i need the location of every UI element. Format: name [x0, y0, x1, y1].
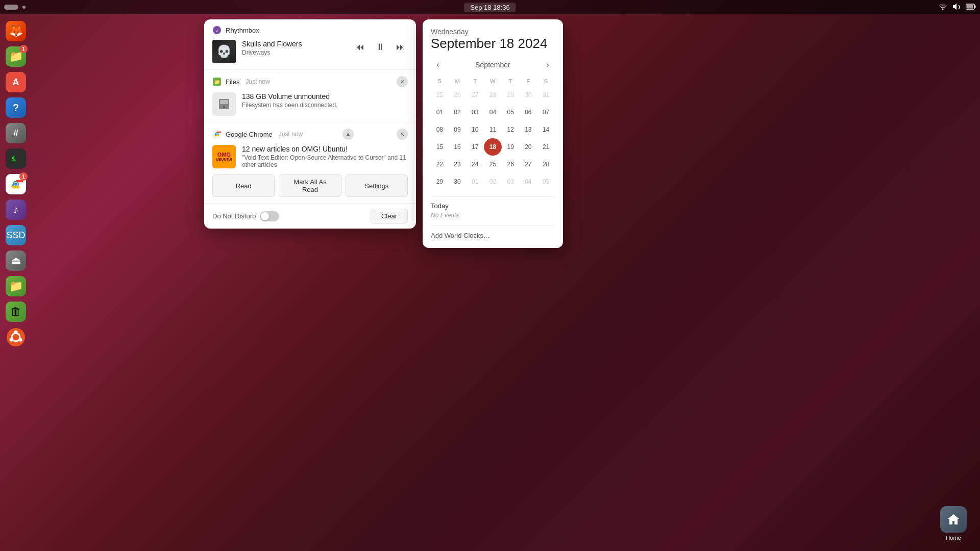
files-title: 138 GB Volume unmounted: [242, 92, 337, 101]
cal-day-13[interactable]: 13: [520, 121, 537, 138]
cal-day-17[interactable]: 17: [466, 138, 484, 156]
topbar-left: [4, 5, 26, 10]
calendar-month-name: September: [475, 61, 510, 69]
cal-day-29-aug[interactable]: 29: [502, 86, 520, 104]
cal-day-30[interactable]: 30: [449, 173, 467, 190]
cal-day-03-oct[interactable]: 03: [502, 173, 520, 190]
help-icon: ?: [6, 97, 26, 118]
dnd-toggle-switch[interactable]: [260, 211, 279, 221]
cal-day-09[interactable]: 09: [449, 121, 467, 138]
cal-day-05-oct[interactable]: 05: [537, 173, 555, 190]
sidebar-item-usb[interactable]: ⏏: [4, 249, 28, 272]
cal-day-11[interactable]: 11: [484, 121, 502, 138]
cal-day-29[interactable]: 29: [431, 173, 449, 190]
home-button[interactable]: Home: [937, 506, 970, 541]
cal-day-16[interactable]: 16: [449, 138, 467, 156]
cal-day-28[interactable]: 28: [537, 156, 555, 173]
add-world-clocks-button[interactable]: Add World Clocks…: [431, 232, 555, 239]
cal-day-03[interactable]: 03: [466, 104, 484, 121]
sidebar-item-files2[interactable]: 📁: [4, 274, 28, 298]
topbar-datetime[interactable]: Sep 18 18:36: [464, 3, 516, 12]
cal-day-04[interactable]: 04: [484, 104, 502, 121]
sidebar-item-firefox[interactable]: 🦊: [4, 19, 28, 43]
cal-day-06[interactable]: 06: [520, 104, 537, 121]
cal-day-26[interactable]: 26: [502, 156, 520, 173]
firefox-icon: 🦊: [6, 21, 26, 41]
chrome-buttons: Read Mark All As Read Settings: [212, 174, 408, 197]
prev-button[interactable]: ⏮: [353, 40, 367, 54]
song-title: Skulls and Flowers: [242, 40, 302, 48]
cal-day-20[interactable]: 20: [520, 138, 537, 156]
battery-icon: [966, 4, 976, 11]
skull-icon: 💀: [216, 44, 232, 59]
cal-day-26-aug[interactable]: 26: [449, 86, 467, 104]
cal-day-27[interactable]: 27: [520, 156, 537, 173]
chrome-time: Just now: [279, 131, 303, 138]
cal-day-30-aug[interactable]: 30: [520, 86, 537, 104]
clear-button[interactable]: Clear: [371, 209, 408, 223]
svg-rect-2: [967, 5, 973, 8]
cal-week-6: 29 30 01 02 03 04 05: [431, 173, 555, 190]
calendar-events-section: Today No Events: [431, 196, 555, 219]
sidebar-item-appstore[interactable]: A: [4, 70, 28, 94]
sidebar-item-rhythmbox[interactable]: ♪: [4, 198, 28, 221]
cal-day-02-oct[interactable]: 02: [484, 173, 502, 190]
cal-day-25[interactable]: 25: [484, 156, 502, 173]
gtkhash-icon: #: [6, 123, 26, 143]
sidebar-item-chrome[interactable]: 1: [4, 172, 28, 196]
cal-day-23[interactable]: 23: [449, 156, 467, 173]
files-header: 📁 Files Just now ×: [212, 76, 408, 87]
cal-day-27-aug[interactable]: 27: [466, 86, 484, 104]
cal-day-28-aug[interactable]: 28: [484, 86, 502, 104]
sidebar-item-trash[interactable]: 🗑: [4, 300, 28, 323]
cal-day-25-aug[interactable]: 25: [431, 86, 449, 104]
cal-day-24[interactable]: 24: [466, 156, 484, 173]
sidebar-item-ubuntu[interactable]: [4, 325, 28, 349]
sidebar: 🦊 📁 1 A ? # $_ 1: [0, 14, 32, 551]
cal-day-14[interactable]: 14: [537, 121, 555, 138]
sidebar-item-disk[interactable]: SSD: [4, 223, 28, 247]
files-close-button[interactable]: ×: [397, 76, 408, 87]
chrome-notification: Google Chrome Just now ▲ × OMG UBUNTU! 1…: [204, 122, 416, 204]
mark-all-as-read-button[interactable]: Mark All As Read: [279, 174, 341, 197]
svg-point-11: [19, 338, 22, 342]
cal-day-08[interactable]: 08: [431, 121, 449, 138]
chrome-title: 12 new articles on OMG! Ubuntu!: [242, 145, 408, 153]
sidebar-item-files[interactable]: 📁 1: [4, 45, 28, 68]
chrome-close-button[interactable]: ×: [397, 129, 408, 140]
files-content: 138 GB Volume unmounted Filesystem has b…: [212, 92, 408, 116]
cal-day-10[interactable]: 10: [466, 121, 484, 138]
cal-day-31-aug[interactable]: 31: [537, 86, 555, 104]
pause-button[interactable]: ⏸: [373, 40, 387, 54]
cal-day-21[interactable]: 21: [537, 138, 555, 156]
cal-day-04-oct[interactable]: 04: [520, 173, 537, 190]
cal-day-07[interactable]: 07: [537, 104, 555, 121]
dnd-toggle-knob: [261, 212, 269, 220]
cal-day-18-today[interactable]: 18: [484, 138, 502, 156]
topbar-dot: [22, 6, 26, 9]
svg-point-10: [10, 338, 13, 342]
cal-day-01-oct[interactable]: 01: [466, 173, 484, 190]
cal-day-05[interactable]: 05: [502, 104, 520, 121]
cal-day-01[interactable]: 01: [431, 104, 449, 121]
cal-day-22[interactable]: 22: [431, 156, 449, 173]
calendar-next-button[interactable]: ›: [541, 58, 555, 72]
sidebar-item-help[interactable]: ?: [4, 96, 28, 119]
settings-button[interactable]: Settings: [346, 174, 408, 197]
chrome-collapse-button[interactable]: ▲: [342, 129, 354, 140]
cal-day-12[interactable]: 12: [502, 121, 520, 138]
home-icon: [940, 506, 967, 533]
dnd-toggle-container: Do Not Disturb: [212, 211, 279, 221]
read-button[interactable]: Read: [212, 174, 275, 197]
sidebar-item-terminal[interactable]: $_: [4, 147, 28, 170]
calendar-prev-button[interactable]: ‹: [431, 58, 445, 72]
files-text: 138 GB Volume unmounted Filesystem has b…: [242, 92, 337, 109]
cal-week-1: 25 26 27 28 29 30 31: [431, 86, 555, 104]
album-art: 💀: [212, 40, 236, 63]
sidebar-item-gtkhash[interactable]: #: [4, 121, 28, 145]
cal-day-02[interactable]: 02: [449, 104, 467, 121]
cal-day-19[interactable]: 19: [502, 138, 520, 156]
cal-day-15[interactable]: 15: [431, 138, 449, 156]
next-button[interactable]: ⏭: [394, 40, 408, 54]
cal-header-wed: W: [484, 76, 502, 86]
